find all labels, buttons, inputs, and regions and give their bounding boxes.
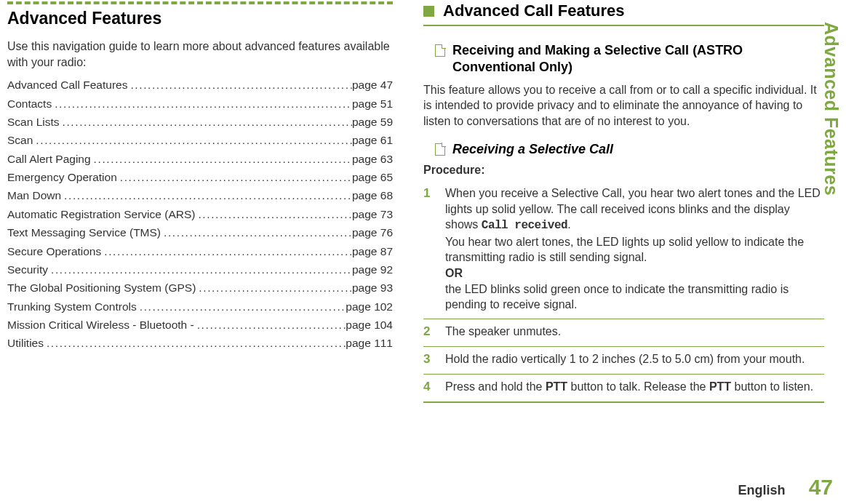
toc-label: Scan [7, 132, 33, 148]
toc-label: Emergency Operation [7, 169, 117, 185]
toc-item: Scanpage 61 [7, 132, 393, 148]
toc-dots [137, 299, 346, 314]
toc-item: Contactspage 51 [7, 96, 393, 111]
procedure-step: 2 The speaker unmutes. [423, 319, 824, 347]
step-text: . [567, 218, 570, 231]
toc-item: Mission Critical Wireless - Bluetooth -p… [7, 317, 393, 332]
section-heading: Advanced Call Features [443, 1, 624, 20]
procedure-label: Procedure: [423, 164, 824, 177]
toc-page: page 73 [352, 207, 393, 222]
subheading-row: Receiving and Making a Selective Call (A… [435, 42, 824, 76]
step-number: 3 [423, 351, 435, 368]
main-heading: Advanced Features [7, 9, 393, 28]
ptt-label: PTT [546, 380, 567, 393]
toc-item: Trunking System Controlspage 102 [7, 299, 393, 314]
toc-item: Securitypage 92 [7, 262, 393, 277]
step-body: Press and hold the PTT button to talk. R… [445, 379, 824, 396]
page-number: 47 [809, 475, 833, 500]
square-bullet-icon [423, 6, 434, 17]
toc-item: Man Downpage 68 [7, 188, 393, 203]
toc-page: page 65 [352, 169, 393, 185]
or-text: OR [445, 267, 463, 279]
toc-page: page 104 [346, 317, 393, 332]
toc-dots [161, 225, 352, 240]
step-text: Press and hold the [445, 380, 546, 393]
toc-page: page 102 [346, 299, 393, 314]
toc-page: page 92 [352, 262, 393, 277]
subheading-row: Receiving a Selective Call [435, 141, 824, 158]
step-body: Hold the radio vertically 1 to 2 inches … [445, 351, 824, 368]
section-heading-row: Advanced Call Features [423, 1, 824, 20]
toc-page: page 47 [352, 77, 393, 92]
toc-page: page 51 [352, 96, 393, 111]
toc-label: Call Alert Paging [7, 151, 91, 167]
toc-page: page 111 [346, 335, 393, 351]
side-tab-label: Advanced Features [821, 22, 842, 196]
intro-text: Use this navigation guide to learn more … [7, 39, 393, 70]
toc-dots [61, 188, 352, 203]
step-body: The speaker unmutes. [445, 324, 824, 340]
procedure-step: 1 When you receive a Selective Call, you… [423, 181, 824, 319]
toc-label: The Global Positioning System (GPS) [7, 280, 196, 295]
step-number: 2 [423, 324, 435, 340]
toc-label: Man Down [7, 188, 61, 203]
toc-label: Trunking System Controls [7, 299, 137, 314]
step-text: button to talk. Release the [567, 380, 709, 393]
toc-item: Automatic Registration Service (ARS)page… [7, 207, 393, 222]
toc-dots [60, 114, 352, 129]
toc-item: The Global Positioning System (GPS)page … [7, 280, 393, 295]
toc-item: Emergency Operationpage 65 [7, 169, 393, 185]
toc-dots [196, 280, 352, 295]
toc-dots [101, 244, 352, 259]
toc-page: page 63 [352, 151, 393, 167]
display-code: Call received [482, 219, 567, 232]
section-divider [423, 25, 824, 26]
subheading-title: Receiving and Making a Selective Call (A… [452, 42, 824, 76]
feature-description: This feature allows you to receive a cal… [423, 82, 824, 129]
toc-page: page 61 [352, 132, 393, 148]
toc-label: Utilities [7, 335, 44, 351]
toc-label: Scan Lists [7, 114, 60, 129]
dashed-top-border [7, 1, 393, 4]
toc-page: page 59 [352, 114, 393, 129]
step-number: 1 [423, 185, 435, 313]
toc-page: page 76 [352, 225, 393, 240]
procedure-step: 3 Hold the radio vertically 1 to 2 inche… [423, 347, 824, 375]
toc-item: Call Alert Pagingpage 63 [7, 151, 393, 167]
toc-label: Advanced Call Features [7, 77, 127, 92]
toc-dots [91, 151, 352, 167]
toc-item: Secure Operationspage 87 [7, 244, 393, 259]
toc-item: Advanced Call Featurespage 47 [7, 77, 393, 92]
toc-page: page 87 [352, 244, 393, 259]
toc-page: page 93 [352, 280, 393, 295]
toc-label: Text Messaging Service (TMS) [7, 225, 161, 240]
toc-list: Advanced Call Featurespage 47 Contactspa… [7, 77, 393, 351]
procedure-step: 4 Press and hold the PTT button to talk.… [423, 375, 824, 403]
toc-dots [48, 262, 352, 277]
toc-label: Automatic Registration Service (ARS) [7, 207, 195, 222]
toc-dots [33, 132, 352, 148]
toc-item: Scan Listspage 59 [7, 114, 393, 129]
step-text: button to listen. [731, 380, 813, 393]
subheading-title: Receiving a Selective Call [452, 141, 613, 158]
document-icon [435, 143, 445, 156]
toc-dots [195, 207, 352, 222]
toc-dots [194, 317, 346, 332]
toc-dots [127, 77, 352, 92]
toc-label: Mission Critical Wireless - Bluetooth - [7, 317, 194, 332]
page-footer: English 47 [738, 475, 833, 500]
step-number: 4 [423, 379, 435, 396]
toc-dots [117, 169, 352, 185]
toc-page: page 68 [352, 188, 393, 203]
step-text: the LED blinks solid green once to indic… [445, 283, 789, 311]
toc-label: Secure Operations [7, 244, 101, 259]
toc-label: Security [7, 262, 48, 277]
ptt-label: PTT [709, 380, 731, 393]
step-body: When you receive a Selective Call, you h… [445, 185, 824, 313]
document-icon [435, 44, 445, 57]
toc-item: Utilitiespage 111 [7, 335, 393, 351]
step-text: You hear two alert tones, the LED lights… [445, 236, 804, 264]
toc-item: Text Messaging Service (TMS)page 76 [7, 225, 393, 240]
toc-dots [44, 335, 346, 351]
language-label: English [738, 483, 786, 498]
